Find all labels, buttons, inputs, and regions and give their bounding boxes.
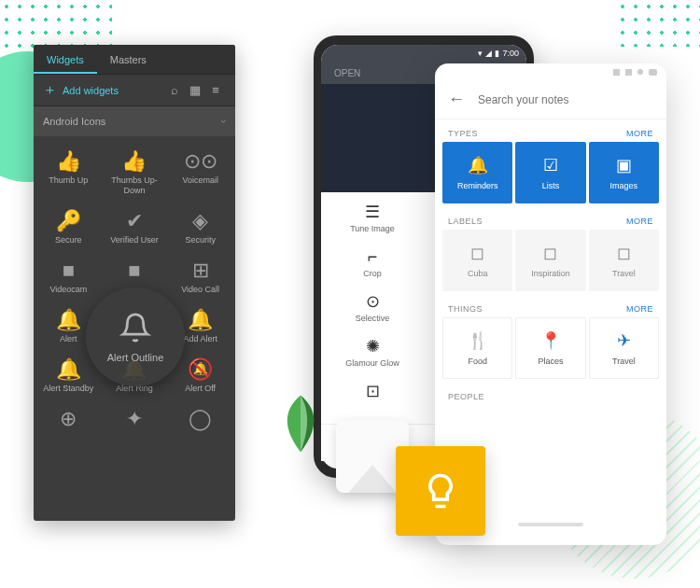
card-places[interactable]: 📍Places [515, 317, 585, 379]
images-icon: ▣ [616, 155, 632, 175]
thumbs-up-down-icon: 👍 [104, 149, 166, 174]
voicemail-icon: ⊙⊙ [169, 149, 231, 174]
card-food[interactable]: 🍴Food [442, 317, 512, 379]
icon-extension[interactable]: ✦ [102, 399, 168, 439]
section-title: LABELS [448, 217, 483, 226]
category-header[interactable]: Android Icons › [34, 106, 235, 136]
reminders-icon: 🔔 [468, 155, 488, 175]
icon-label: Alert Off [169, 384, 231, 394]
videocam-off-icon: ■ [104, 259, 166, 283]
icon-globe[interactable]: ⊕ [35, 399, 102, 439]
tool-label: Glamour Glow [321, 358, 424, 368]
more-link[interactable]: MORE [626, 304, 653, 314]
decor-dots-topright [616, 0, 700, 47]
tool-label: Crop [321, 269, 424, 278]
lists-icon: ☑ [543, 155, 558, 175]
search-icon[interactable]: ⌕ [164, 83, 185, 97]
card-row: 🍴Food📍Places✈Travel [435, 317, 666, 379]
tool-crop[interactable]: ⌐Crop [321, 246, 424, 278]
grid-view-icon[interactable]: ▦ [185, 83, 205, 97]
thumb-up-icon: 👍 [37, 149, 100, 174]
status-dot-icon [637, 69, 643, 75]
secure-icon: 🔑 [37, 209, 100, 233]
section-header: LABELSMORE [435, 207, 666, 230]
card-label: Lists [542, 181, 560, 190]
icon-thumb-up[interactable]: 👍Thumb Up [35, 142, 102, 202]
video-call-icon: ⊞ [169, 259, 231, 283]
icon-video-call[interactable]: ⊞Video Call [167, 251, 233, 301]
card-travel[interactable]: ◻Travel [589, 230, 659, 291]
videocam-icon: ■ [37, 259, 100, 283]
tool-more1[interactable]: ⊡ [321, 381, 424, 403]
icon-label: Videocam [37, 285, 100, 295]
tab-widgets[interactable]: Widgets [34, 45, 97, 74]
icon-security[interactable]: ◈Security [167, 202, 233, 251]
tool-label: Selective [321, 314, 424, 323]
selective-icon: ⊙ [321, 291, 424, 312]
card-label: Cuba [468, 269, 488, 278]
card-row: 🔔Reminders☑Lists▣Images [435, 142, 666, 203]
search-input[interactable] [478, 93, 653, 106]
card-label: Inspiration [531, 269, 570, 278]
plus-icon[interactable]: ＋ [43, 81, 57, 99]
tab-masters[interactable]: Masters [97, 45, 160, 74]
section-title: TYPES [448, 129, 478, 138]
keep-app-icon[interactable] [396, 446, 485, 536]
card-label: Places [538, 357, 563, 366]
tool-tune[interactable]: ☰Tune Image [321, 202, 424, 233]
add-widgets-label[interactable]: Add widgets [63, 85, 119, 96]
icon-label: Thumb Up [37, 175, 100, 186]
icon-lightbulb[interactable]: ◯ [167, 399, 233, 439]
category-label: Android Icons [43, 116, 105, 127]
card-lists[interactable]: ☑Lists [515, 142, 585, 203]
crop-icon: ⌐ [321, 246, 424, 267]
lightbulb-icon: ◯ [169, 407, 231, 431]
snapseed-app-icon[interactable] [267, 390, 334, 457]
card-cuba[interactable]: ◻Cuba [442, 230, 512, 291]
list-view-icon[interactable]: ≡ [205, 83, 226, 97]
bell-outline-icon [119, 312, 151, 350]
icon-label: Video Call [169, 285, 231, 295]
clock-label: 7:00 [502, 49, 519, 58]
tool-glamour[interactable]: ✺Glamour Glow [321, 336, 424, 368]
section-title: THINGS [448, 304, 483, 314]
icon-thumbs-up-down[interactable]: 👍Thumbs Up-Down [102, 142, 168, 202]
back-arrow-icon[interactable]: ← [448, 90, 465, 109]
icon-label: Security [169, 235, 231, 245]
food-icon: 🍴 [468, 330, 488, 351]
icon-verified-user[interactable]: ✔Verified User [102, 202, 168, 251]
alert-outline-preview[interactable]: Alert Outline [86, 287, 185, 386]
icon-label: Voicemail [169, 175, 231, 186]
card-images[interactable]: ▣Images [589, 142, 659, 203]
bubble-label: Alert Outline [107, 352, 164, 363]
tool-selective[interactable]: ⊙Selective [321, 291, 424, 323]
add-widgets-row: ＋ Add widgets ⌕ ▦ ≡ [34, 75, 235, 106]
icon-voicemail[interactable]: ⊙⊙Voicemail [167, 142, 233, 202]
section-title: PEOPLE [448, 392, 484, 401]
more-link[interactable]: MORE [626, 129, 653, 138]
places-icon: 📍 [540, 330, 561, 351]
card-row: ◻Cuba◻Inspiration◻Travel [435, 230, 666, 291]
icon-videocam[interactable]: ■Videocam [35, 251, 102, 301]
tool-label: Tune Image [321, 224, 424, 233]
alert-standby-icon: 🔔 [37, 357, 100, 382]
more-link[interactable]: MORE [626, 217, 653, 226]
tune-icon: ☰ [321, 202, 424, 222]
card-label: Food [468, 357, 487, 366]
card-travel2[interactable]: ✈Travel [589, 317, 659, 379]
card-label: Travel [612, 357, 636, 366]
section-header: TYPESMORE [435, 119, 666, 142]
status-sq-icon [625, 69, 632, 76]
card-reminders[interactable]: 🔔Reminders [442, 142, 512, 203]
status-dots [435, 63, 666, 80]
verified-user-icon: ✔ [104, 209, 166, 233]
status-sq-icon [613, 69, 620, 76]
search-bar: ← [435, 80, 666, 119]
chevron-down-icon: › [218, 119, 230, 123]
security-icon: ◈ [169, 209, 231, 233]
travel2-icon: ✈ [617, 330, 631, 351]
icon-secure[interactable]: 🔑Secure [35, 202, 102, 251]
card-inspiration[interactable]: ◻Inspiration [515, 230, 585, 291]
section-header: PEOPLE [435, 383, 666, 405]
card-label: Reminders [457, 181, 498, 190]
